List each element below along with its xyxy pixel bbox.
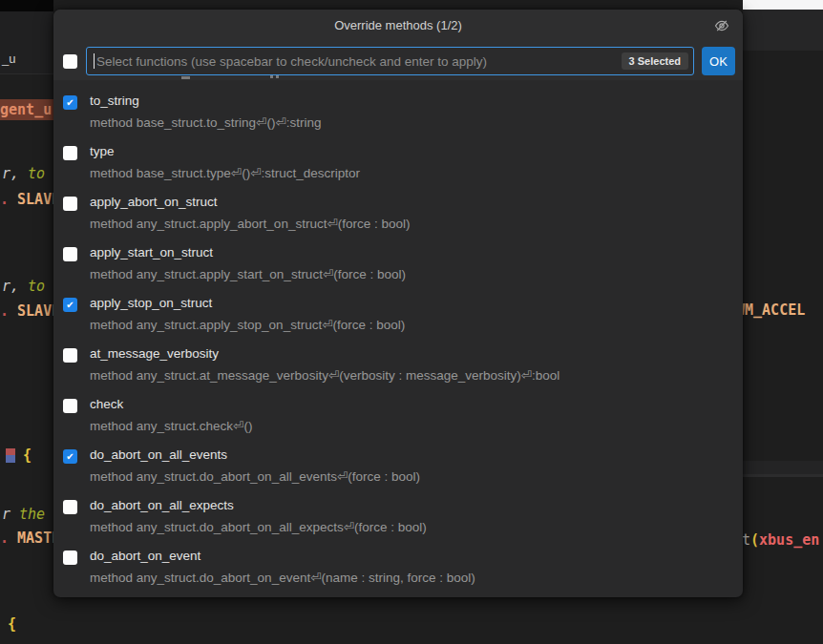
method-name: apply_stop_on_struct [90, 295, 405, 311]
method-list-item[interactable]: apply_start_on_struct method any_struct.… [53, 238, 743, 288]
filter-row: Select functions (use spacebar to check/… [53, 40, 743, 80]
method-checkbox[interactable]: ✔ [63, 449, 77, 464]
method-list-item[interactable]: do_abort_on_all_expects method any_struc… [53, 490, 743, 541]
method-list-item[interactable]: type method base_struct.type⏎()⏎:struct_… [53, 136, 743, 187]
editor-line-band [743, 474, 823, 477]
inline-decoration [6, 448, 15, 463]
method-checkbox[interactable] [63, 551, 77, 565]
method-checkbox[interactable] [63, 500, 77, 514]
method-checkbox[interactable] [63, 197, 77, 211]
method-name: at_message_verbosity [90, 345, 559, 362]
search-input[interactable]: Select functions (use spacebar to check/… [86, 47, 694, 75]
method-checkbox[interactable] [63, 399, 77, 413]
method-checkbox[interactable] [63, 247, 77, 261]
dialog-title: Override methods (1/2) [334, 18, 462, 32]
method-name: to_string [90, 93, 321, 109]
method-list-item[interactable]: ✔ do_abort_on_all_events method any_stru… [53, 440, 743, 490]
code-fragment-brace: { [8, 614, 16, 634]
method-list-item[interactable]: ✔ apply_stop_on_struct method any_struct… [53, 288, 743, 339]
method-signature: method base_struct.to_string⏎()⏎:string [90, 114, 321, 131]
method-list-item[interactable]: ✔ to_string method base_struct.to_string… [53, 86, 743, 136]
method-name: apply_abort_on_struct [90, 194, 411, 210]
code-fragment-comment: r, to [2, 164, 45, 183]
code-fragment-slave: . SLAVE [0, 190, 60, 209]
method-signature: method any_struct.apply_abort_on_struct⏎… [90, 216, 411, 232]
search-placeholder: Select functions (use spacebar to check/… [96, 54, 622, 69]
method-list-item[interactable]: do_abort_on_event method any_struct.do_a… [53, 541, 743, 592]
method-checkbox[interactable]: ✔ [63, 298, 77, 312]
editor-tab-label[interactable]: _u [2, 52, 15, 66]
method-list: ✔ to_string method base_struct.to_string… [53, 80, 743, 592]
selected-count-badge: 3 Selected [622, 52, 688, 70]
method-checkbox[interactable] [63, 348, 77, 363]
method-checkbox[interactable]: ✔ [63, 95, 77, 110]
method-name: do_abort_on_event [90, 548, 475, 564]
code-fragment-brace: { [23, 446, 32, 465]
method-signature: method any_struct.do_abort_on_all_events… [90, 468, 420, 485]
method-name: do_abort_on_all_expects [90, 497, 427, 513]
method-signature: method base_struct.type⏎()⏎:struct_descr… [90, 165, 360, 181]
code-fragment-wm-accel: WM_ACCEL [736, 301, 805, 320]
clipped-row-fragment [270, 75, 273, 78]
select-all-checkbox[interactable] [63, 54, 77, 69]
method-list-item[interactable]: at_message_verbosity method any_struct.a… [53, 339, 743, 389]
method-signature: method any_struct.apply_start_on_struct⏎… [90, 266, 406, 282]
method-list-item[interactable]: check method any_struct.check⏎() [53, 389, 743, 440]
method-name: check [90, 396, 252, 412]
code-fragment-xbus: t(xbus_en [742, 530, 819, 550]
dialog-title-bar: Override methods (1/2) [53, 10, 743, 40]
method-signature: method any_struct.at_message_verbosity⏎(… [90, 367, 559, 384]
method-signature: method any_struct.do_abort_on_event⏎(nam… [90, 570, 475, 586]
code-fragment-slave: . SLAVE [0, 301, 60, 321]
method-checkbox[interactable] [63, 146, 77, 160]
editor-tab-bar-right [743, 10, 823, 51]
method-signature: method any_struct.apply_stop_on_struct⏎(… [90, 317, 405, 333]
text-caret [94, 53, 95, 69]
menu-bar-strip [0, 0, 53, 11]
code-fragment-comment: r, to [2, 277, 45, 296]
method-signature: method any_struct.check⏎() [90, 418, 252, 434]
override-methods-dialog: Override methods (1/2) Select functions … [53, 10, 743, 597]
clipped-row-fragment [276, 75, 279, 78]
clipped-row-fragment [181, 76, 190, 79]
method-signature: method any_struct.do_abort_on_all_expect… [90, 519, 427, 535]
method-name: apply_start_on_struct [90, 244, 406, 260]
method-name: do_abort_on_all_events [90, 447, 420, 463]
ok-button[interactable]: OK [702, 47, 735, 75]
eye-off-icon[interactable] [713, 17, 730, 34]
method-name: type [90, 143, 360, 159]
method-list-item[interactable]: apply_abort_on_struct method any_struct.… [53, 187, 743, 238]
top-right-strip [743, 0, 823, 10]
code-fragment-comment: r the [2, 505, 45, 524]
editor-line-band [743, 461, 823, 474]
